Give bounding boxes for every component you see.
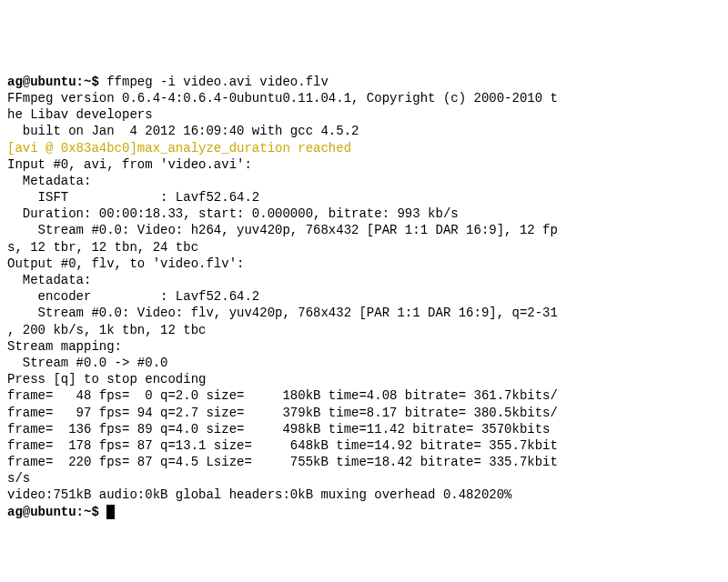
- output-line: Metadata:: [7, 273, 91, 287]
- output-line: ISFT : Lavf52.64.2: [7, 190, 259, 205]
- output-line: frame= 97 fps= 94 q=2.7 size= 379kB time…: [7, 406, 558, 420]
- output-line: Stream mapping:: [7, 339, 122, 354]
- output-line: s, 12 tbr, 12 tbn, 24 tbc: [7, 240, 198, 255]
- command-text: ffmpeg -i video.avi video.flv: [106, 75, 329, 89]
- output-line: s/s: [7, 471, 30, 486]
- terminal-output[interactable]: ag@ubuntu:~$ ffmpeg -i video.avi video.f…: [7, 74, 721, 520]
- output-line: Stream #0.0: Video: h264, yuv420p, 768x4…: [7, 223, 558, 237]
- output-line: frame= 178 fps= 87 q=13.1 size= 648kB ti…: [7, 438, 558, 453]
- output-line: Press [q] to stop encoding: [7, 372, 206, 386]
- output-line: Metadata:: [7, 174, 91, 188]
- warning-line: [avi @ 0x83a4bc0]max_analyze_duration re…: [7, 141, 351, 156]
- output-line: Duration: 00:00:18.33, start: 0.000000, …: [7, 206, 459, 221]
- output-line: frame= 136 fps= 89 q=4.0 size= 498kB tim…: [7, 422, 551, 436]
- output-line: frame= 220 fps= 87 q=4.5 Lsize= 755kB ti…: [7, 455, 558, 469]
- output-line: frame= 48 fps= 0 q=2.0 size= 180kB time=…: [7, 388, 558, 403]
- output-line: built on Jan 4 2012 16:09:40 with gcc 4.…: [7, 124, 359, 138]
- output-line: Stream #0.0: Video: flv, yuv420p, 768x43…: [7, 306, 558, 320]
- text-cursor: [106, 505, 115, 519]
- output-line: video:751kB audio:0kB global headers:0kB…: [7, 487, 512, 502]
- output-line: encoder : Lavf52.64.2: [7, 289, 259, 304]
- output-line: Stream #0.0 -> #0.0: [7, 356, 167, 370]
- output-line: he Libav developers: [7, 107, 153, 122]
- output-line: Output #0, flv, to 'video.flv':: [7, 256, 244, 271]
- output-line: , 200 kb/s, 1k tbn, 12 tbc: [7, 323, 206, 337]
- output-line: FFmpeg version 0.6.4-4:0.6.4-0ubuntu0.11…: [7, 91, 558, 105]
- shell-prompt: ag@ubuntu:~$: [7, 75, 106, 89]
- shell-prompt: ag@ubuntu:~$: [7, 505, 106, 519]
- output-line: Input #0, avi, from 'video.avi':: [7, 157, 252, 172]
